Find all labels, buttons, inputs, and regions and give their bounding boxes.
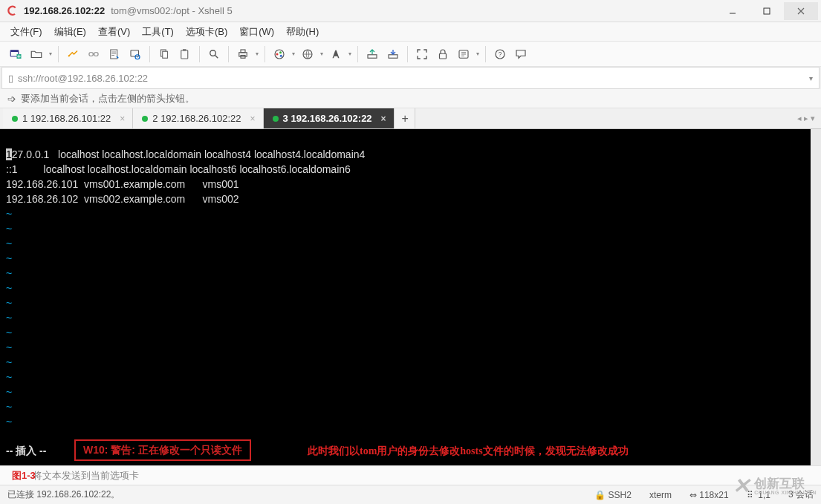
- status-dot-icon: [12, 116, 18, 122]
- separator: [199, 46, 200, 62]
- session-tabs: 1 192.168.26.101:22× 2 192.168.26.102:22…: [0, 108, 821, 129]
- svg-rect-24: [368, 54, 377, 58]
- fullscreen-icon[interactable]: [412, 45, 432, 64]
- separator: [407, 46, 408, 62]
- address-dropdown-icon[interactable]: ▾: [809, 74, 813, 82]
- separator: [357, 46, 358, 62]
- menu-window[interactable]: 窗口(W): [239, 25, 274, 39]
- term-line-3: 192.168.26.101 vms001.example.com vms001: [6, 178, 239, 190]
- menu-edit[interactable]: 编辑(E): [54, 25, 86, 39]
- paste-icon[interactable]: [175, 45, 195, 64]
- dropdown-icon[interactable]: ▾: [475, 45, 481, 64]
- open-icon[interactable]: [27, 45, 46, 64]
- watermark-icon: ✕: [733, 474, 750, 498]
- properties-icon[interactable]: [105, 45, 124, 64]
- svg-rect-7: [111, 50, 117, 59]
- svg-text:?: ?: [499, 51, 502, 58]
- tilde: ~: [6, 327, 12, 338]
- reconnect-icon[interactable]: [63, 45, 82, 64]
- svg-point-21: [279, 51, 282, 53]
- send-placeholder: 将文本发送到当前选项卡: [33, 469, 139, 482]
- tab-nav[interactable]: ◂ ▸ ▾: [791, 108, 821, 128]
- close-button[interactable]: [784, 2, 818, 20]
- tilde: ~: [6, 416, 12, 428]
- watermark: ✕ 创新互联 CHUANG XIN HU LIAN: [733, 474, 817, 498]
- title-rest: tom@vms002:/opt - Xshell 5: [111, 5, 232, 16]
- tilde: ~: [6, 238, 12, 249]
- status-size: ⇔ 118x21: [689, 490, 729, 500]
- svg-rect-14: [183, 49, 186, 50]
- svg-rect-8: [131, 50, 139, 56]
- tilde: ~: [6, 312, 12, 324]
- tilde: ~: [6, 297, 12, 309]
- svg-rect-6: [94, 52, 98, 56]
- color-icon[interactable]: [270, 45, 289, 64]
- svg-rect-16: [239, 52, 247, 56]
- profile-icon[interactable]: [126, 45, 145, 64]
- hint-arrow-icon[interactable]: ➩: [7, 93, 16, 105]
- svg-point-20: [276, 53, 279, 55]
- minimize-button[interactable]: [715, 2, 750, 20]
- tab-close-icon[interactable]: ×: [381, 114, 386, 124]
- dropdown-icon[interactable]: ▾: [347, 45, 353, 64]
- find-icon[interactable]: [204, 45, 224, 64]
- transfer-up-icon[interactable]: [363, 45, 382, 64]
- svg-rect-26: [440, 53, 447, 59]
- transfer-down-icon[interactable]: [383, 45, 403, 64]
- hint-bar: ➩ 要添加当前会话，点击左侧的箭头按钮。: [0, 89, 821, 108]
- term-line-4: 192.168.26.102 vms002.example.com vms002: [6, 193, 239, 205]
- tilde: ~: [6, 386, 12, 398]
- font-icon[interactable]: [326, 45, 345, 64]
- host-icon: ▯: [8, 73, 13, 84]
- tab-close-icon[interactable]: ×: [120, 114, 125, 124]
- maximize-button[interactable]: [750, 2, 784, 20]
- lock-icon[interactable]: [433, 45, 452, 64]
- svg-rect-12: [163, 51, 168, 58]
- tab-3-active[interactable]: 3 192.168.26.102:22×: [264, 108, 395, 128]
- tab-close-icon[interactable]: ×: [250, 114, 256, 124]
- tilde: ~: [6, 341, 12, 353]
- tilde: ~: [6, 223, 12, 235]
- terminal[interactable]: 127.0.0.1 localhost localhost.localdomai…: [0, 129, 821, 465]
- separator: [149, 46, 150, 62]
- tilde: ~: [6, 282, 12, 294]
- new-session-icon[interactable]: [6, 45, 25, 64]
- tab-add-button[interactable]: +: [395, 108, 415, 128]
- dropdown-icon[interactable]: ▾: [291, 45, 296, 64]
- dropdown-icon[interactable]: ▾: [48, 45, 53, 64]
- term-line-2: ::1 localhost localhost.localdomain loca…: [6, 163, 351, 175]
- dropdown-icon[interactable]: ▾: [254, 45, 260, 64]
- menu-view[interactable]: 查看(V): [98, 25, 130, 39]
- hint-text: 要添加当前会话，点击左侧的箭头按钮。: [21, 92, 195, 105]
- separator: [485, 46, 486, 62]
- toolbar: ▾ ▾ ▾ ▾ ▾ ▾ ?: [0, 42, 821, 67]
- menu-tab[interactable]: 选项卡(B): [186, 25, 227, 39]
- watermark-cn: 创新互联: [754, 477, 817, 490]
- help-icon[interactable]: ?: [490, 45, 510, 64]
- tilde: ~: [6, 252, 12, 264]
- print-icon[interactable]: [233, 45, 253, 64]
- svg-rect-0: [764, 8, 770, 14]
- encoding-icon[interactable]: [298, 45, 317, 64]
- send-bar[interactable]: 图1-3 将文本发送到当前选项卡: [0, 465, 821, 485]
- dropdown-icon[interactable]: ▾: [319, 45, 325, 64]
- menu-help[interactable]: 帮助(H): [286, 25, 319, 39]
- tab-label: 3 192.168.26.102:22: [283, 113, 372, 124]
- vim-mode: -- 插入 --: [6, 444, 46, 458]
- copy-icon[interactable]: [155, 45, 174, 64]
- tab-label: 2 192.168.26.102:22: [152, 113, 241, 124]
- disconnect-icon[interactable]: [84, 45, 103, 64]
- svg-rect-25: [389, 54, 397, 58]
- term-line-1: 27.0.0.1 localhost localhost.localdomain…: [12, 148, 366, 160]
- chat-icon[interactable]: [511, 45, 530, 64]
- address-bar[interactable]: ▯ ssh://root@192.168.26.102:22 ▾: [1, 67, 820, 89]
- menu-tools[interactable]: 工具(T): [142, 25, 174, 39]
- script-icon[interactable]: [454, 45, 473, 64]
- tilde: ~: [6, 371, 12, 383]
- tab-1[interactable]: 1 192.168.26.101:22×: [3, 108, 133, 128]
- menu-file[interactable]: 文件(F): [10, 25, 42, 39]
- svg-point-10: [137, 56, 138, 58]
- tab-2[interactable]: 2 192.168.26.102:22×: [133, 108, 263, 128]
- tilde: ~: [6, 267, 12, 279]
- app-icon: [6, 4, 19, 18]
